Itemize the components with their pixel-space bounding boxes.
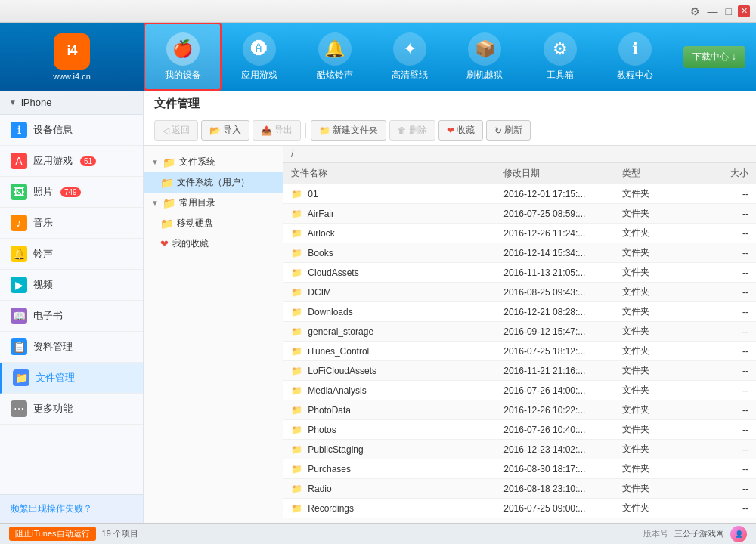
- table-row[interactable]: 📁 Radio 2016-08-18 23:10:... 文件夹 --: [284, 479, 756, 499]
- refresh-button[interactable]: ↻ 刷新: [486, 120, 531, 141]
- tree-item-mobile-disk[interactable]: 📁 移动硬盘: [144, 213, 283, 233]
- refresh-label: 刷新: [504, 124, 522, 137]
- common-dir-expand-icon: ▼: [151, 199, 159, 207]
- photos-icon: 🖼: [11, 184, 27, 200]
- table-row[interactable]: 📁 DCIM 2016-08-25 09:43:... 文件夹 --: [284, 283, 756, 302]
- app-games-badge: 51: [80, 156, 96, 166]
- close-button[interactable]: ✕: [738, 5, 750, 17]
- nav-item-app-game[interactable]: 🅐 应用游戏: [222, 23, 296, 91]
- music-label: 音乐: [33, 216, 53, 230]
- cell-name: 📁 PhotoData: [284, 400, 496, 420]
- table-row[interactable]: 📁 01 2016-12-01 17:15:... 文件夹 --: [284, 184, 756, 204]
- cell-date: 2016-12-23 14:02:...: [496, 440, 614, 459]
- table-row[interactable]: 📁 Books 2016-12-14 15:34:... 文件夹 --: [284, 243, 756, 263]
- back-button[interactable]: ◁ 返回: [154, 120, 198, 141]
- sidebar-item-app-games[interactable]: A 应用游戏 51: [0, 146, 143, 177]
- cell-type: 文件夹: [615, 361, 686, 381]
- nav-item-jailbreak[interactable]: 📦 刷机越狱: [448, 23, 522, 91]
- sidebar-item-video[interactable]: ▶ 视频: [0, 270, 143, 301]
- ringtone-label: 铃声: [33, 247, 53, 261]
- sidebar-item-device-info[interactable]: ℹ 设备信息: [0, 115, 143, 146]
- cell-date: 2016-08-18 23:10:...: [496, 479, 614, 499]
- favorites-label: 我的收藏: [172, 237, 209, 250]
- sidebar-item-photos[interactable]: 🖼 照片 749: [0, 177, 143, 208]
- sidebar-item-more[interactable]: ⋯ 更多功能: [0, 394, 143, 425]
- cell-date: 2016-07-25 09:00:...: [496, 499, 614, 518]
- col-header-size[interactable]: 大小: [685, 163, 756, 184]
- tree-item-common-dir[interactable]: ▼ 📁 常用目录: [144, 193, 283, 213]
- table-row[interactable]: 📁 Airlock 2016-12-26 11:24:... 文件夹 --: [284, 224, 756, 243]
- tree-item-favorites[interactable]: ❤ 我的收藏: [144, 233, 283, 254]
- table-row[interactable]: 📁 LoFiCloudAssets 2016-11-21 21:16:... 文…: [284, 361, 756, 381]
- file-mgmt-label: 文件管理: [36, 371, 75, 385]
- table-row[interactable]: 📁 PublicStaging 2016-12-23 14:02:... 文件夹…: [284, 440, 756, 459]
- col-header-name[interactable]: 文件名称: [284, 163, 496, 184]
- table-row[interactable]: 📁 Photos 2016-07-26 10:40:... 文件夹 --: [284, 420, 756, 440]
- device-arrow-icon: ▼: [9, 98, 17, 107]
- table-row[interactable]: 📁 MediaAnalysis 2016-07-26 14:00:... 文件夹…: [284, 381, 756, 400]
- cell-name: 📁 CloudAssets: [284, 263, 496, 283]
- table-row[interactable]: 📁 Downloads 2016-12-21 08:28:... 文件夹 --: [284, 302, 756, 322]
- table-row[interactable]: 📁 Recordings 2016-07-25 09:00:... 文件夹 --: [284, 499, 756, 518]
- mobile-disk-label: 移动硬盘: [177, 217, 213, 230]
- download-button[interactable]: 下载中心 ↓: [683, 46, 745, 68]
- sidebar-item-ebook[interactable]: 📖 电子书: [0, 301, 143, 332]
- table-header-row: 文件名称 修改日期 类型 大小: [284, 163, 756, 184]
- col-header-date[interactable]: 修改日期: [496, 163, 614, 184]
- toolbar-separator: [305, 123, 306, 138]
- back-icon: ◁: [163, 125, 169, 136]
- sidebar-item-music[interactable]: ♪ 音乐: [0, 208, 143, 239]
- cell-size: --: [685, 322, 756, 342]
- tree-item-filesystem[interactable]: ▼ 📁 文件系统: [144, 152, 283, 172]
- minimize-icon[interactable]: —: [708, 5, 718, 17]
- itunes-button[interactable]: 阻止iTunes自动运行: [9, 527, 96, 541]
- folder-icon: 📁: [291, 326, 302, 337]
- new-folder-button[interactable]: 📁 新建文件夹: [311, 120, 386, 141]
- import-button[interactable]: 📂 导入: [201, 120, 249, 141]
- delete-label: 删除: [409, 124, 427, 137]
- cell-type: LOCK_SYNC 文件: [615, 518, 686, 524]
- sidebar-spacer: [0, 425, 143, 494]
- nav-item-tutorial-label: 教程中心: [617, 69, 653, 82]
- table-row[interactable]: 📁 iTunes_Control 2016-07-25 18:12:... 文件…: [284, 342, 756, 361]
- cell-name: 📁 Photos: [284, 420, 496, 440]
- my-device-icon: 🍎: [166, 32, 200, 66]
- nav-item-my-device[interactable]: 🍎 我的设备: [144, 23, 222, 91]
- sidebar-item-file-mgmt[interactable]: 📁 文件管理: [0, 363, 143, 394]
- user-avatar: 👤: [730, 526, 747, 542]
- sidebar-bottom-btn[interactable]: 频繁出现操作失败？: [0, 494, 143, 523]
- table-row[interactable]: 📁 PhotoData 2016-12-26 10:22:... 文件夹 --: [284, 400, 756, 420]
- more-icon: ⋯: [11, 400, 27, 417]
- more-label: 更多功能: [33, 402, 73, 416]
- settings-icon[interactable]: ⚙: [690, 5, 700, 17]
- delete-button[interactable]: 🗑 删除: [389, 120, 435, 141]
- table-row[interactable]: 📁 general_storage 2016-09-12 15:47:... 文…: [284, 322, 756, 342]
- cell-name: 📁 Purchases: [284, 459, 496, 479]
- maximize-icon[interactable]: □: [726, 5, 732, 17]
- table-row[interactable]: 📄 com.apple.itunes.lock_sync 2016-09-19 …: [284, 518, 756, 524]
- col-header-type[interactable]: 类型: [615, 163, 686, 184]
- sidebar-item-ringtone[interactable]: 🔔 铃声: [0, 239, 143, 270]
- delete-icon: 🗑: [398, 125, 407, 136]
- table-row[interactable]: 📁 Purchases 2016-08-30 18:17:... 文件夹 --: [284, 459, 756, 479]
- sidebar-item-data-mgmt[interactable]: 📋 资料管理: [0, 332, 143, 363]
- file-list: / 文件名称 修改日期 类型 大小 📁 01 2016-: [284, 146, 756, 523]
- nav-item-tools[interactable]: ⚙ 工具箱: [522, 23, 597, 91]
- cell-name: 📁 iTunes_Control: [284, 342, 496, 361]
- favorite-button[interactable]: ❤ 收藏: [438, 120, 483, 141]
- cell-type: 文件夹: [615, 459, 686, 479]
- table-row[interactable]: 📁 CloudAssets 2016-11-13 21:05:... 文件夹 -…: [284, 263, 756, 283]
- cell-size: --: [685, 440, 756, 459]
- nav-item-tutorial[interactable]: ℹ 教程中心: [598, 23, 673, 91]
- nav-item-wallpaper[interactable]: ✦ 高清壁纸: [372, 23, 447, 91]
- nav-item-tools-label: 工具箱: [547, 69, 574, 82]
- file-table: 文件名称 修改日期 类型 大小 📁 01 2016-12-01 17:15:..…: [284, 163, 756, 523]
- sidebar-device: ▼ iPhone: [0, 91, 143, 115]
- nav-item-ringtone[interactable]: 🔔 酷炫铃声: [297, 23, 372, 91]
- export-button[interactable]: 📤 导出: [253, 120, 301, 141]
- cell-type: 文件夹: [615, 204, 686, 224]
- tree-item-filesystem-user[interactable]: 📁 文件系统（用户）: [144, 172, 283, 193]
- table-row[interactable]: 📁 AirFair 2016-07-25 08:59:... 文件夹 --: [284, 204, 756, 224]
- app-game-icon: 🅐: [243, 32, 276, 66]
- wallpaper-icon: ✦: [393, 32, 426, 66]
